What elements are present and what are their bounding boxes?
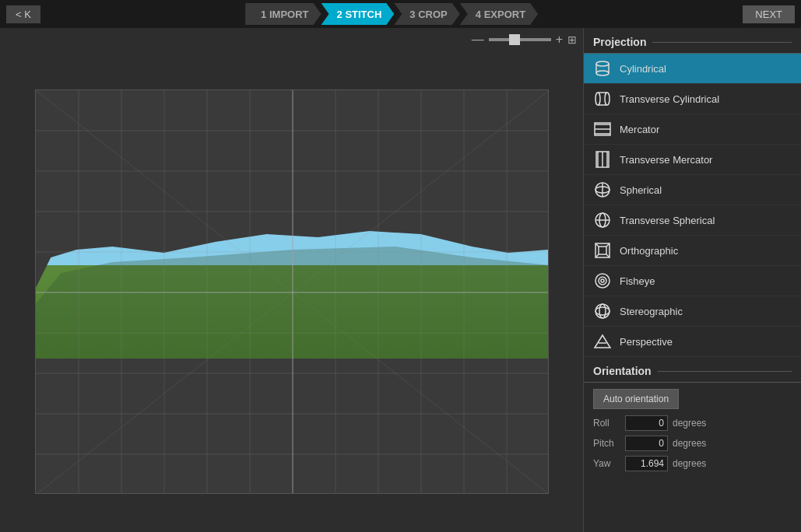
step-2-label: 2 [337, 9, 343, 20]
zoom-slider[interactable] [489, 38, 551, 41]
perspective-label: Perspective [620, 336, 673, 348]
projection-item-spherical[interactable]: Spherical [584, 175, 801, 205]
projection-item-transverse-spherical[interactable]: Transverse Spherical [584, 205, 801, 236]
orientation-section: Auto orientation Roll degrees Pitch degr… [584, 383, 801, 482]
back-button[interactable]: < K [6, 5, 40, 23]
projection-item-fisheye[interactable]: Fisheye [584, 266, 801, 296]
projection-list: Cylindrical Transverse Cylindrical [584, 54, 801, 357]
canvas-wrapper[interactable] [35, 89, 549, 494]
steps-nav: 1 IMPORT 2 STITCH 3 CROP 4 EXPORT [245, 3, 538, 25]
stereographic-label: Stereographic [620, 306, 683, 317]
projection-header: Projection [584, 28, 801, 54]
orientation-header: Orientation [584, 357, 801, 383]
projection-item-transverse-cylindrical[interactable]: Transverse Cylindrical [584, 84, 801, 114]
canvas-area: — + ⊞ [0, 28, 583, 532]
transverse-spherical-label: Transverse Spherical [620, 215, 715, 226]
fisheye-label: Fisheye [620, 275, 655, 287]
transverse-cylindrical-icon [593, 89, 612, 108]
projection-item-transverse-mercator[interactable]: Transverse Mercator [584, 145, 801, 175]
projection-item-stereographic[interactable]: Stereographic [584, 296, 801, 327]
transverse-spherical-icon [593, 211, 612, 229]
projection-item-perspective[interactable]: Perspective [584, 327, 801, 357]
spherical-icon [593, 180, 612, 199]
pitch-unit: degrees [673, 438, 706, 449]
pitch-input[interactable] [625, 436, 668, 451]
transverse-mercator-label: Transverse Mercator [620, 154, 712, 166]
yaw-unit: degrees [673, 458, 706, 469]
transverse-cylindrical-label: Transverse Cylindrical [620, 93, 719, 105]
cylindrical-icon [593, 59, 612, 78]
canvas-container[interactable] [0, 51, 583, 532]
svg-point-57 [595, 304, 610, 318]
mercator-icon [593, 120, 612, 138]
zoom-in-button[interactable]: + [556, 33, 563, 47]
pitch-label: Pitch [593, 438, 620, 449]
next-button[interactable]: NEXT [743, 5, 795, 23]
spherical-label: Spherical [620, 184, 662, 196]
svg-point-30 [595, 93, 600, 105]
yaw-label: Yaw [593, 458, 620, 469]
auto-orientation-button[interactable]: Auto orientation [593, 389, 679, 409]
step-export[interactable]: 4 EXPORT [460, 3, 538, 25]
svg-point-26 [596, 61, 609, 66]
svg-rect-49 [599, 247, 606, 254]
roll-row: Roll degrees [593, 415, 792, 431]
projection-item-mercator[interactable]: Mercator [584, 114, 801, 145]
main-content: — + ⊞ [0, 28, 801, 532]
step-1-label: 1 [261, 9, 266, 20]
mercator-label: Mercator [620, 124, 659, 135]
zoom-toolbar: — + ⊞ [0, 28, 583, 51]
transverse-mercator-icon [593, 150, 612, 169]
topbar: < K 1 IMPORT 2 STITCH 3 CROP 4 EXPORT NE… [0, 0, 801, 28]
fit-button[interactable]: ⊞ [567, 33, 577, 46]
yaw-input[interactable] [625, 456, 668, 471]
roll-input[interactable] [625, 415, 668, 431]
step-crop[interactable]: 3 CROP [394, 3, 459, 25]
perspective-icon [593, 332, 612, 351]
yaw-row: Yaw degrees [593, 456, 792, 471]
svg-point-58 [595, 307, 610, 315]
stereographic-icon [593, 302, 612, 320]
fisheye-icon [593, 271, 612, 290]
roll-label: Roll [593, 418, 620, 429]
step-import[interactable]: 1 IMPORT [245, 3, 321, 25]
cylindrical-label: Cylindrical [620, 63, 666, 75]
zoom-out-button[interactable]: — [472, 33, 484, 47]
panorama-overlay [36, 203, 549, 359]
svg-point-33 [605, 93, 610, 105]
right-panel: Projection Cylindrical Tra [583, 28, 801, 532]
orthographic-icon [593, 241, 612, 260]
roll-unit: degrees [673, 418, 706, 429]
pitch-row: Pitch degrees [593, 436, 792, 451]
svg-point-55 [599, 277, 606, 285]
step-stitch[interactable]: 2 STITCH [321, 3, 395, 25]
svg-point-59 [599, 304, 606, 318]
projection-item-cylindrical[interactable]: Cylindrical [584, 54, 801, 84]
svg-point-54 [595, 274, 610, 288]
svg-point-56 [601, 279, 604, 282]
step-3-label: 3 [409, 9, 415, 20]
projection-item-orthographic[interactable]: Orthographic [584, 236, 801, 266]
step-4-label: 4 [476, 9, 481, 20]
svg-point-29 [596, 71, 609, 75]
orthographic-label: Orthographic [620, 245, 678, 257]
svg-marker-60 [595, 335, 610, 348]
